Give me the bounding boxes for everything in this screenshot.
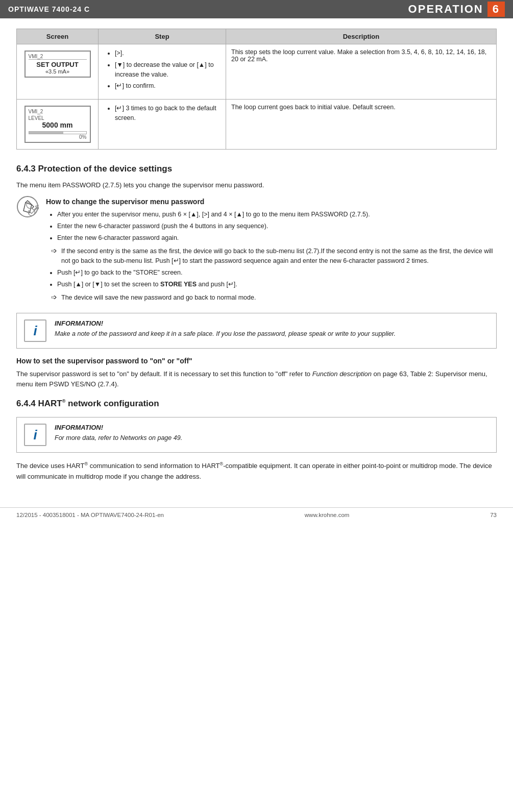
info-icon-1: i — [24, 319, 46, 342]
dev-sub-1: «3.5 mA» — [29, 68, 87, 75]
bullet-item: After you enter the supervisor menu, pus… — [57, 210, 497, 219]
info-content-2: INFORMATION! For more data, refer to Net… — [55, 424, 182, 443]
footer-right: 73 — [490, 512, 497, 518]
info-body-1: Make a note of the password and keep it … — [55, 329, 396, 339]
info-icon-2: i — [24, 424, 46, 446]
chapter-label: OPERATION 6 — [408, 2, 505, 17]
dev-main-1: SET OUTPUT — [29, 61, 87, 68]
bullet-item: Push [↵] to go back to the "STORE" scree… — [57, 268, 497, 278]
device-display-1: VMI_2 SET OUTPUT «3.5 mA» — [25, 51, 91, 78]
desc-cell-2: The loop current goes back to initial va… — [226, 100, 497, 150]
page-content: Screen Step Description VMI_2 SET OUTPUT… — [0, 18, 513, 497]
step-cell-2: [↵] 3 times to go back to the default sc… — [99, 100, 226, 150]
footer-center: www.krohne.com — [305, 512, 350, 518]
bullet-item: Enter the new 6-character password (push… — [57, 222, 497, 231]
info-box-1: i INFORMATION! Make a note of the passwo… — [16, 313, 497, 349]
col-step: Step — [99, 29, 226, 44]
howto-bullets2: Push [↵] to go back to the "STORE" scree… — [57, 268, 497, 289]
device-display-2: VMI_2 LEVEL 5000 mm 0% — [25, 106, 91, 143]
dev-label3: LEVEL — [29, 115, 87, 121]
screen-cell-2: VMI_2 LEVEL 5000 mm 0% — [17, 100, 99, 150]
info-content-1: INFORMATION! Make a note of the password… — [55, 319, 396, 339]
table-row: VMI_2 LEVEL 5000 mm 0% [↵] 3 times to go… — [17, 100, 497, 150]
dev-main2: 5000 mm — [29, 121, 87, 129]
step-item: [>]. — [115, 48, 221, 58]
table-row: VMI_2 SET OUTPUT «3.5 mA» [>]. [▼] to de… — [17, 44, 497, 100]
desc-cell-1: This step sets the loop current value. M… — [226, 44, 497, 100]
step-list-1: [>]. [▼] to decrease the value or [▲] to… — [115, 48, 221, 91]
section-643-intro: The menu item PASSWORD (2.7.5) lets you … — [16, 180, 497, 190]
chapter-text: OPERATION — [408, 3, 483, 16]
info-title-1: INFORMATION! — [55, 319, 396, 327]
page-header: OPTIWAVE 7400-24 C OPERATION 6 — [0, 0, 513, 18]
info-body-2: For more data, refer to Networks on page… — [55, 433, 182, 443]
arrow-icon-2: ➩ — [51, 293, 57, 301]
howto2-body: The supervisor password is set to "on" b… — [16, 369, 497, 389]
arrow-text-2: The device will save the new password an… — [61, 293, 256, 303]
step-item: [▼] to decrease the value or [▲] to incr… — [115, 60, 221, 80]
howto2-title: How to set the supervisor password to "o… — [16, 357, 497, 365]
arrow-text-1: If the second entry is the same as the f… — [61, 247, 497, 266]
step-item: [↵] 3 times to go back to the default sc… — [115, 104, 221, 123]
bullet-item: Enter the new 6-character password again… — [57, 233, 497, 243]
bullet-item: Push [▲] or [▼] to set the screen to STO… — [57, 280, 497, 289]
step-cell-1: [>]. [▼] to decrease the value or [▲] to… — [99, 44, 226, 100]
note-content: How to change the supervisor menu passwo… — [46, 195, 497, 305]
page-footer: 12/2015 - 4003518001 - MA OPTIWAVE7400-2… — [0, 507, 513, 522]
howto-title: How to change the supervisor menu passwo… — [46, 198, 497, 206]
step-item: [↵] to confirm. — [115, 81, 221, 91]
note-icon — [16, 195, 39, 218]
pencil-icon — [16, 195, 39, 218]
screen-cell-1: VMI_2 SET OUTPUT «3.5 mA» — [17, 44, 99, 100]
section-643: 6.4.3 Protection of the device settings … — [16, 164, 497, 389]
footer-left: 12/2015 - 4003518001 - MA OPTIWAVE7400-2… — [16, 512, 164, 518]
arrow-icon: ➩ — [51, 247, 57, 255]
col-screen: Screen — [17, 29, 99, 44]
info-box-2: i INFORMATION! For more data, refer to N… — [16, 417, 497, 453]
section-643-title: 6.4.3 Protection of the device settings — [16, 164, 497, 174]
chapter-number: 6 — [487, 2, 505, 17]
dev-label2: VMI_2 — [29, 109, 87, 114]
arrow-item-2: ➩ The device will save the new password … — [51, 293, 497, 303]
section-644-title: 6.4.4 HART® network configuration — [16, 399, 497, 409]
dev-percent: 0% — [29, 134, 87, 140]
func-desc-italic: Function description — [312, 370, 372, 378]
arrow-item-1: ➩ If the second entry is the same as the… — [51, 247, 497, 266]
note-box: How to change the supervisor menu passwo… — [16, 195, 497, 305]
dev-label-1: VMI_2 — [29, 54, 87, 60]
section-644-body: The device uses HART® communication to s… — [16, 461, 497, 482]
step-list-2: [↵] 3 times to go back to the default sc… — [115, 104, 221, 123]
product-name: OPTIWAVE 7400-24 C — [8, 5, 90, 13]
section-644: 6.4.4 HART® network configuration i INFO… — [16, 399, 497, 482]
main-table: Screen Step Description VMI_2 SET OUTPUT… — [16, 29, 497, 150]
info-title-2: INFORMATION! — [55, 424, 182, 431]
howto-bullets: After you enter the supervisor menu, pus… — [57, 210, 497, 242]
col-description: Description — [226, 29, 497, 44]
